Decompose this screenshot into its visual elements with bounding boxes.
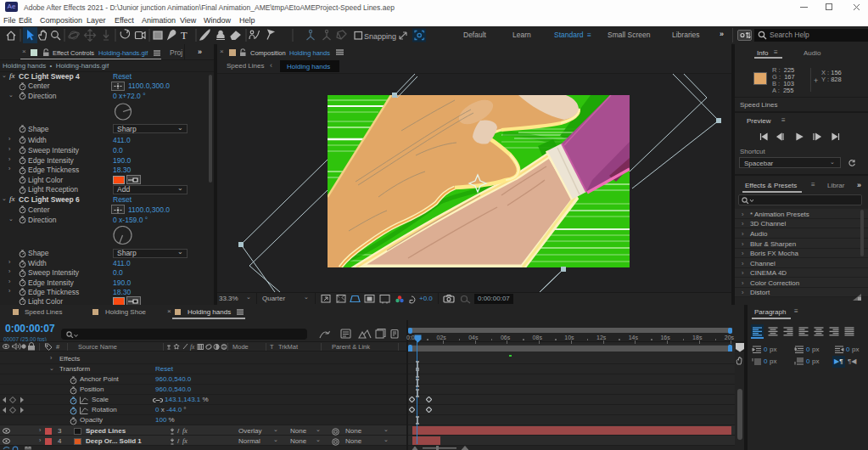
svg-text:Snapping: Snapping [364,32,396,41]
svg-text:Mode: Mode [232,343,249,351]
svg-text:Source Name: Source Name [78,343,117,351]
svg-text:TrkMat: TrkMat [278,343,299,351]
svg-text:#: # [56,343,60,351]
svg-text:T: T [181,30,188,42]
svg-text:fx: fx [190,343,195,351]
svg-text:Parent & Link: Parent & Link [332,343,370,351]
svg-text:T: T [270,343,274,351]
